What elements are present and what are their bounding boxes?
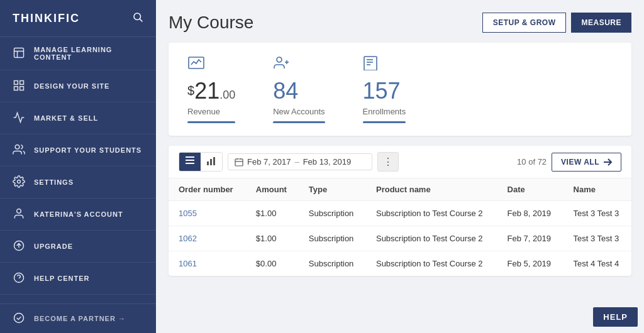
arrow-up-icon — [13, 239, 26, 253]
enrollments-divider — [363, 121, 406, 123]
grid-icon — [13, 79, 26, 93]
svg-rect-6 — [20, 81, 24, 85]
col-date: Date — [497, 178, 564, 201]
arrow-right-icon — [603, 158, 612, 166]
question-icon — [13, 271, 26, 285]
sidebar-item-label: Katerina's Account — [34, 210, 123, 218]
svg-point-0 — [134, 13, 141, 20]
order-number-cell: 1055 — [169, 201, 246, 226]
revenue-main: 21 — [194, 78, 219, 104]
sidebar-item-design-site[interactable]: Design Your Site — [0, 70, 156, 102]
type-cell: Subscription — [299, 201, 366, 226]
svg-point-15 — [14, 314, 24, 323]
table-row: 1061 $0.00 Subscription Subscription to … — [169, 251, 631, 276]
order-number-cell: 1061 — [169, 251, 246, 276]
date-cell: Feb 5, 2019 — [497, 251, 564, 276]
col-name: Name — [564, 178, 631, 201]
sidebar-item-label: Support Your Students — [34, 146, 142, 154]
sidebar-item-settings[interactable]: Settings — [0, 166, 156, 199]
sidebar-item-market-sell[interactable]: Market & Sell — [0, 102, 156, 134]
table-header-row: Order number Amount Type Product name Da… — [169, 178, 631, 201]
sidebar-item-upgrade[interactable]: Upgrade — [0, 231, 156, 263]
date-separator: – — [294, 157, 299, 166]
revenue-stat: $21.00 Revenue — [187, 55, 235, 123]
new-accounts-label: New Accounts — [273, 107, 325, 116]
sidebar-item-support-students[interactable]: Support Your Students — [0, 134, 156, 166]
product-name-cell: Subscription to Test Course 2 — [366, 201, 497, 226]
sidebar-item-updates[interactable]: 4 Updates — [0, 295, 156, 303]
sidebar-item-account[interactable]: Katerina's Account — [0, 199, 156, 231]
enrollments-value: 157 — [363, 78, 406, 104]
sidebar-item-manage-learning[interactable]: Manage Learning Content — [0, 37, 156, 70]
table-row: 1062 $1.00 Subscription Subscription to … — [169, 226, 631, 251]
enrollments-stat: 157 Enrollments — [363, 55, 406, 123]
chart-view-button[interactable] — [201, 153, 222, 171]
date-to: Feb 13, 2019 — [303, 157, 352, 166]
users-icon — [13, 143, 26, 157]
sidebar-bottom: Become a Partner → — [0, 303, 156, 333]
page-header: My Course SETUP & GROW MEASURE — [169, 13, 631, 33]
gear-icon — [13, 175, 26, 189]
date-cell: Feb 8, 2019 — [497, 201, 564, 226]
date-from: Feb 7, 2017 — [247, 157, 291, 166]
stats-card: $21.00 Revenue 84 New Accounts — [169, 43, 631, 136]
order-link[interactable]: 1061 — [179, 259, 197, 268]
svg-rect-7 — [14, 87, 18, 90]
person-icon — [13, 207, 26, 221]
view-all-label: VIEW ALL — [561, 158, 599, 166]
svg-rect-30 — [235, 159, 243, 166]
enrollments-icon — [363, 55, 406, 74]
product-name-cell: Subscription to Test Course 2 — [366, 251, 497, 276]
revenue-cents: .00 — [219, 89, 235, 101]
sidebar-item-label: Upgrade — [34, 243, 73, 250]
svg-point-11 — [17, 209, 21, 214]
calendar-icon — [235, 158, 243, 166]
become-partner-label: Become a Partner → — [34, 315, 126, 322]
name-cell: Test 3 Test 3 — [564, 201, 631, 226]
search-icon[interactable] — [132, 11, 143, 25]
svg-rect-20 — [364, 57, 377, 70]
revenue-dollar-sign: $ — [187, 84, 194, 97]
name-cell: Test 3 Test 3 — [564, 226, 631, 251]
sidebar-item-help-center[interactable]: Help center — [0, 263, 156, 295]
sidebar-item-label: Settings — [34, 178, 74, 186]
svg-rect-27 — [207, 161, 209, 165]
sidebar-item-label: Market & Sell — [34, 114, 98, 122]
order-number-cell: 1062 — [169, 226, 246, 251]
edit-icon — [13, 46, 26, 60]
view-toggle — [179, 152, 223, 172]
new-accounts-divider — [273, 121, 325, 123]
logo-text: THINKIFIC — [13, 12, 80, 25]
revenue-divider — [187, 121, 235, 123]
header-actions: SETUP & GROW MEASURE — [482, 13, 631, 33]
sidebar-logo: THINKIFIC — [0, 0, 156, 37]
type-cell: Subscription — [299, 226, 366, 251]
become-partner-link[interactable]: Become a Partner → — [0, 304, 156, 333]
svg-rect-8 — [20, 87, 24, 90]
measure-button[interactable]: MEASURE — [571, 13, 631, 33]
svg-rect-24 — [186, 156, 194, 158]
main-content: My Course SETUP & GROW MEASURE $21.00 Re… — [156, 0, 644, 333]
order-link[interactable]: 1055 — [179, 209, 197, 218]
svg-point-10 — [18, 180, 21, 183]
svg-rect-5 — [14, 81, 18, 85]
new-accounts-stat: 84 New Accounts — [273, 55, 325, 123]
orders-table: Order number Amount Type Product name Da… — [169, 178, 631, 276]
sidebar-item-label: Help center — [34, 275, 89, 282]
svg-point-13 — [14, 273, 24, 283]
view-all-button[interactable]: VIEW ALL — [552, 153, 621, 172]
setup-grow-button[interactable]: SETUP & GROW — [482, 13, 567, 33]
list-view-button[interactable] — [179, 153, 201, 171]
filter-options-button[interactable]: ⋮ — [377, 152, 399, 172]
date-filter[interactable]: Feb 7, 2017 – Feb 13, 2019 — [228, 153, 372, 170]
svg-rect-26 — [186, 163, 194, 164]
date-cell: Feb 7, 2019 — [497, 226, 564, 251]
order-link[interactable]: 1062 — [179, 234, 197, 243]
col-amount: Amount — [246, 178, 299, 201]
revenue-label: Revenue — [187, 107, 235, 116]
chart-icon — [13, 111, 26, 125]
svg-point-9 — [15, 145, 19, 150]
partner-icon — [13, 312, 26, 325]
help-button[interactable]: HELP — [593, 307, 638, 327]
orders-toolbar: Feb 7, 2017 – Feb 13, 2019 ⋮ 10 of 72 VI… — [169, 146, 631, 178]
